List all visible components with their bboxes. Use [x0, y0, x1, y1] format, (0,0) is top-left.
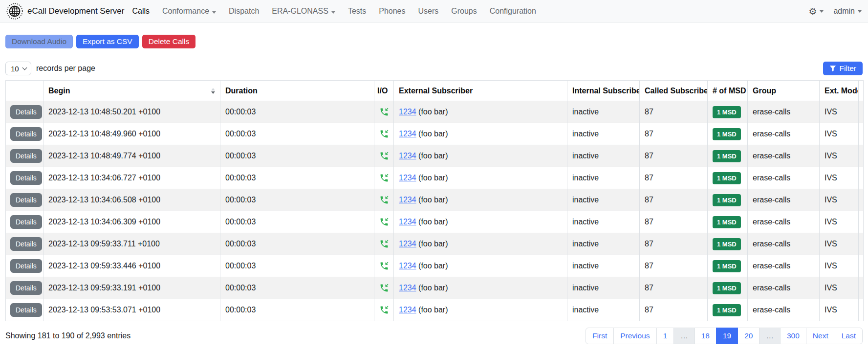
page-first[interactable]: First: [586, 328, 614, 344]
download-audio-button[interactable]: Download Audio: [5, 35, 73, 48]
group-cell: erase-calls: [748, 189, 820, 211]
group-column-header[interactable]: Group: [748, 81, 820, 101]
io-cell: [374, 123, 394, 145]
external-subscriber-link[interactable]: 1234: [399, 240, 416, 248]
page-1[interactable]: 1: [656, 328, 674, 344]
gear-icon: ⚙: [808, 7, 817, 16]
details-button[interactable]: Details: [10, 237, 42, 251]
filler-cell: [859, 277, 864, 299]
external-subscriber-link[interactable]: 1234: [399, 108, 416, 116]
external-subscriber-column-header[interactable]: External Subscriber: [394, 81, 567, 101]
external-subscriber-name: (foo bar): [418, 174, 448, 182]
page-next[interactable]: Next: [806, 328, 835, 344]
msd-cell: 1 MSD: [708, 277, 748, 299]
internal-subscriber-column-header[interactable]: Internal Subscriber: [567, 81, 640, 101]
external-subscriber-name: (foo bar): [418, 262, 448, 270]
io-cell: [374, 299, 394, 321]
nav-item-users[interactable]: Users: [412, 2, 445, 21]
ext-mode-column-header[interactable]: Ext. Mode: [820, 81, 859, 101]
external-subscriber-link[interactable]: 1234: [399, 218, 416, 226]
page-300[interactable]: 300: [780, 328, 806, 344]
duration-column-header[interactable]: Duration: [220, 81, 374, 101]
called-subscriber-cell: 87: [640, 255, 708, 277]
external-subscriber-link[interactable]: 1234: [399, 284, 416, 292]
external-subscriber-cell: 1234 (foo bar): [394, 255, 567, 277]
details-button[interactable]: Details: [10, 193, 42, 207]
details-cell: Details: [6, 255, 43, 277]
nav-item-calls[interactable]: Calls: [126, 2, 156, 21]
internal-subscriber-cell: inactive: [567, 277, 640, 299]
external-subscriber-link[interactable]: 1234: [399, 130, 416, 138]
group-cell: erase-calls: [748, 211, 820, 233]
details-button[interactable]: Details: [10, 127, 42, 141]
begin-column-header[interactable]: Begin: [43, 81, 220, 101]
page-19[interactable]: 19: [716, 328, 738, 344]
msd-badge: 1 MSD: [713, 238, 741, 250]
page-20[interactable]: 20: [738, 328, 760, 344]
msd-column-header[interactable]: # of MSD: [708, 81, 748, 101]
incoming-call-icon: [379, 261, 389, 271]
navbar: eCall Development Server Calls Conforman…: [0, 0, 868, 23]
user-menu[interactable]: admin: [833, 7, 862, 16]
nav-item-configuration[interactable]: Configuration: [483, 2, 542, 21]
group-cell: erase-calls: [748, 233, 820, 255]
nav-item-era-glonass[interactable]: ERA-GLONASS: [265, 2, 342, 21]
external-subscriber-link[interactable]: 1234: [399, 262, 416, 270]
nav-item-tests[interactable]: Tests: [342, 2, 372, 21]
details-column-header: [6, 81, 43, 101]
msd-cell: 1 MSD: [708, 101, 748, 123]
called-subscriber-cell: 87: [640, 167, 708, 189]
nav-item-conformance[interactable]: Conformance: [156, 2, 222, 21]
delete-calls-button[interactable]: Delete Calls: [142, 35, 196, 48]
details-button[interactable]: Details: [10, 149, 42, 163]
external-subscriber-name: (foo bar): [418, 306, 448, 314]
chevron-down-icon: [331, 11, 335, 14]
settings-menu[interactable]: ⚙: [808, 7, 824, 16]
table-row: Details 2023-12-13 10:34:06.309 +0100 00…: [6, 211, 864, 233]
calls-table: Begin Duration I/O External Subscriber I…: [5, 80, 864, 321]
io-cell: [374, 211, 394, 233]
page-last[interactable]: Last: [835, 328, 863, 344]
called-subscriber-column-header[interactable]: Called Subscriber: [640, 81, 708, 101]
external-subscriber-cell: 1234 (foo bar): [394, 145, 567, 167]
ext-mode-cell: IVS: [820, 189, 859, 211]
duration-cell: 00:00:03: [220, 233, 374, 255]
page-18[interactable]: 18: [694, 328, 716, 344]
details-button[interactable]: Details: [10, 215, 42, 229]
called-subscriber-cell: 87: [640, 233, 708, 255]
external-subscriber-cell: 1234 (foo bar): [394, 299, 567, 321]
nav-item-phones[interactable]: Phones: [372, 2, 412, 21]
nav-item-dispatch[interactable]: Dispatch: [222, 2, 265, 21]
page-previous[interactable]: Previous: [613, 328, 656, 344]
external-subscriber-link[interactable]: 1234: [399, 174, 416, 182]
external-subscriber-link[interactable]: 1234: [399, 306, 416, 314]
table-row: Details 2023-12-13 09:53:53.071 +0100 00…: [6, 299, 864, 321]
details-cell: Details: [6, 167, 43, 189]
table-body: Details 2023-12-13 10:48:50.201 +0100 00…: [6, 101, 864, 321]
details-button[interactable]: Details: [10, 303, 42, 317]
filter-button[interactable]: Filter: [823, 62, 863, 75]
details-button[interactable]: Details: [10, 259, 42, 273]
msd-cell: 1 MSD: [708, 123, 748, 145]
page-size-select[interactable]: 10: [5, 62, 31, 75]
export-csv-button[interactable]: Export as CSV: [76, 35, 139, 48]
nav-item-groups[interactable]: Groups: [445, 2, 483, 21]
navbar-right: ⚙ admin: [808, 7, 862, 16]
ext-mode-cell: IVS: [820, 145, 859, 167]
brand[interactable]: eCall Development Server: [6, 3, 124, 20]
external-subscriber-link[interactable]: 1234: [399, 196, 416, 204]
io-column-header[interactable]: I/O: [374, 81, 394, 101]
details-button[interactable]: Details: [10, 281, 42, 295]
external-subscriber-name: (foo bar): [418, 196, 448, 204]
io-cell: [374, 255, 394, 277]
internal-subscriber-cell: inactive: [567, 101, 640, 123]
details-button[interactable]: Details: [10, 105, 42, 119]
filler-cell: [859, 233, 864, 255]
incoming-call-icon: [379, 107, 389, 117]
details-button[interactable]: Details: [10, 171, 42, 185]
page-ellipsis: …: [759, 328, 781, 344]
begin-cell: 2023-12-13 10:34:06.309 +0100: [43, 211, 220, 233]
funnel-icon: [829, 65, 836, 72]
external-subscriber-link[interactable]: 1234: [399, 152, 416, 160]
filler-column-header: [859, 81, 864, 101]
